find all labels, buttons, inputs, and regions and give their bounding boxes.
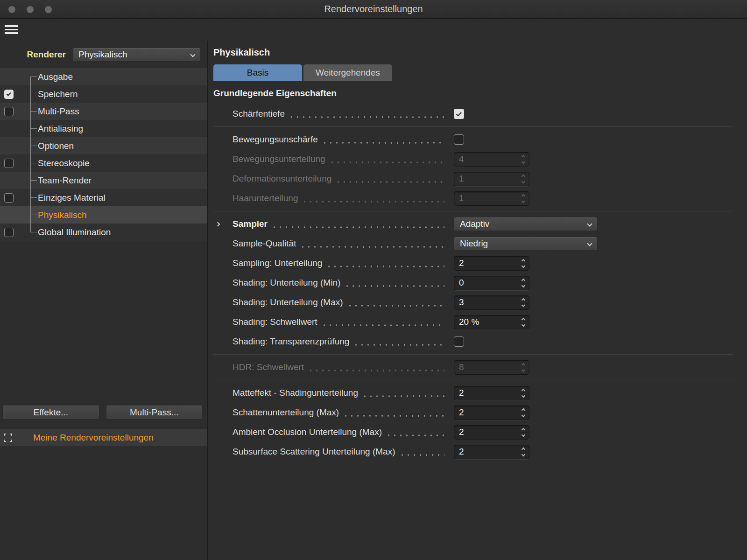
sidebar-item-label: Multi-Pass <box>38 106 79 117</box>
sampling-unterteilung-spinner[interactable]: 2 <box>454 256 529 271</box>
setting-row-sampling-unterteilung: Sampling: Unterteilung2 <box>213 253 733 273</box>
checkbox-slot <box>0 228 30 237</box>
control-slot: 3 <box>454 295 733 310</box>
shading-unterteilung-min-spinner[interactable]: 0 <box>454 276 529 290</box>
stereoskopie-checkbox[interactable] <box>4 159 14 168</box>
tab-weitergehendes[interactable]: Weitergehendes <box>303 64 392 81</box>
renderer-select-value: Physikalisch <box>73 49 127 60</box>
setting-row-subsurface-scattering-unterteilung-max: Subsurface Scattering Unterteilung (Max)… <box>213 442 733 462</box>
spinner-value: 8 <box>454 362 464 372</box>
einziges-material-checkbox[interactable] <box>4 193 14 203</box>
chevron-down-icon <box>521 199 525 203</box>
check-icon <box>456 111 461 116</box>
matteffekt-shadingunterteilung-spinner[interactable]: 2 <box>454 386 529 400</box>
sidebar-item-speichern[interactable]: Speichern <box>0 85 207 103</box>
sampler-select[interactable]: Adaptiv <box>454 217 598 231</box>
window-controls <box>8 0 52 19</box>
schattenunterteilung-max-spinner[interactable]: 2 <box>454 406 529 420</box>
deformationsunterteilung-spinner: 1 <box>454 172 529 186</box>
renderer-select[interactable]: Physikalisch <box>72 48 201 62</box>
sidebar-item-optionen[interactable]: Optionen <box>0 137 207 154</box>
spinner-value: 20 % <box>454 317 479 327</box>
chevron-down-icon <box>521 368 525 371</box>
checkbox-slot <box>0 90 30 99</box>
sidebar-item-ausgabe[interactable]: Ausgabe <box>0 68 207 85</box>
shading-transparenzpruefung-checkbox[interactable] <box>454 336 464 347</box>
effects-button[interactable]: Effekte... <box>2 405 99 420</box>
menu-strip <box>0 19 747 41</box>
setting-label: Haarunterteilung <box>233 193 298 203</box>
shading-unterteilung-max-spinner[interactable]: 3 <box>454 295 529 310</box>
tree-branch-line <box>30 215 37 215</box>
setting-row-shading-transparenzpruefung: Shading: Transparenzprüfung <box>213 332 733 351</box>
setting-label: Schattenunterteilung (Max) <box>233 407 339 418</box>
spinner-arrows-icon[interactable] <box>522 259 529 267</box>
sidebar-item-global-illumination[interactable]: Global Illumination <box>0 224 207 241</box>
titlebar: Rendervoreinstellungen <box>0 0 747 19</box>
sidebar-item-label: Stereoskopie <box>38 158 90 168</box>
chevron-down-icon <box>521 452 525 456</box>
spinner-arrows-icon[interactable] <box>522 279 529 287</box>
sidebar-item-team-render[interactable]: Team-Render <box>0 172 207 189</box>
close-button[interactable] <box>8 6 15 13</box>
shading-schwellwert-spinner[interactable]: 20 % <box>454 315 529 329</box>
chevron-up-icon <box>521 259 525 262</box>
setting-label: Bewegungsunterteilung <box>233 154 325 164</box>
chevron-up-icon <box>521 363 525 366</box>
sidebar-item-stereoskopie[interactable]: Stereoskopie <box>0 154 207 172</box>
speichern-checkbox[interactable] <box>4 90 14 99</box>
subsurface-scattering-unterteilung-max-spinner[interactable]: 2 <box>454 445 529 459</box>
sidebar-item-einziges-material[interactable]: Einziges Material <box>0 189 207 206</box>
control-slot <box>454 109 733 119</box>
sidebar-item-label: Global Illumination <box>38 227 111 238</box>
sidebar-item-multi-pass[interactable]: Multi-Pass <box>0 103 207 120</box>
bewegungsunschaerfe-checkbox[interactable] <box>454 134 464 145</box>
tab-basis[interactable]: Basis <box>213 64 302 81</box>
sidebar-item-label: Optionen <box>38 141 74 151</box>
spinner-arrows-icon[interactable] <box>522 318 529 326</box>
tree-branch-line <box>30 232 37 232</box>
global-illumination-checkbox[interactable] <box>4 228 14 237</box>
schaerfentiefe-checkbox[interactable] <box>454 109 464 119</box>
setting-label: Schärfentiefe <box>233 109 285 119</box>
render-settings-window: Rendervoreinstellungen Renderer Physikal… <box>0 0 747 560</box>
dotted-leader <box>329 149 444 169</box>
zoom-button[interactable] <box>45 6 52 13</box>
spinner-arrows-icon[interactable] <box>522 409 529 417</box>
setting-label: Bewegungsunschärfe <box>233 134 318 145</box>
chevron-up-icon <box>521 388 525 392</box>
spinner-arrows-icon[interactable] <box>522 299 529 307</box>
dotted-leader <box>308 357 444 377</box>
tree-branch-line <box>30 197 37 198</box>
checkbox-slot <box>0 159 30 168</box>
chevron-right-icon[interactable] <box>216 222 220 226</box>
tree-branch-line <box>30 146 37 146</box>
chevron-up-icon <box>521 427 525 431</box>
sidebar-item-physikalisch[interactable]: Physikalisch <box>0 206 207 224</box>
spinner-arrows-icon[interactable] <box>522 448 529 456</box>
setting-label: HDR: Schwellwert <box>233 362 304 372</box>
ambient-occlusion-unterteilung-max-spinner[interactable]: 2 <box>454 425 529 440</box>
multipass-button[interactable]: Multi-Pass... <box>106 405 203 420</box>
spinner-value: 2 <box>454 258 464 268</box>
dotted-leader <box>321 312 444 332</box>
setting-label: Matteffekt - Shadingunterteilung <box>233 388 358 398</box>
sidebar-item-antialiasing[interactable]: Antialiasing <box>0 120 207 137</box>
sidebar-item-label: Einziges Material <box>38 193 106 203</box>
preset-row[interactable]: Meine Rendervoreinstellungen <box>0 429 207 446</box>
spinner-arrows-icon[interactable] <box>522 428 529 436</box>
chevron-up-icon <box>521 174 525 178</box>
multi-pass-checkbox[interactable] <box>4 107 14 116</box>
minimize-button[interactable] <box>27 6 34 13</box>
separator <box>213 354 733 355</box>
hamburger-menu-icon[interactable] <box>5 25 18 34</box>
control-slot: 20 % <box>454 315 733 329</box>
spinner-arrows-icon[interactable] <box>522 389 529 397</box>
spinner-value: 1 <box>454 174 464 184</box>
sidebar-buttons: Effekte... Multi-Pass... <box>2 405 203 420</box>
preset-item-label: Meine Rendervoreinstellungen <box>33 433 154 443</box>
control-slot: 2 <box>454 256 733 271</box>
sample-qualitaet-select[interactable]: Niedrig <box>454 237 598 251</box>
chevron-up-icon <box>521 298 525 301</box>
renderer-label: Renderer <box>0 49 72 60</box>
